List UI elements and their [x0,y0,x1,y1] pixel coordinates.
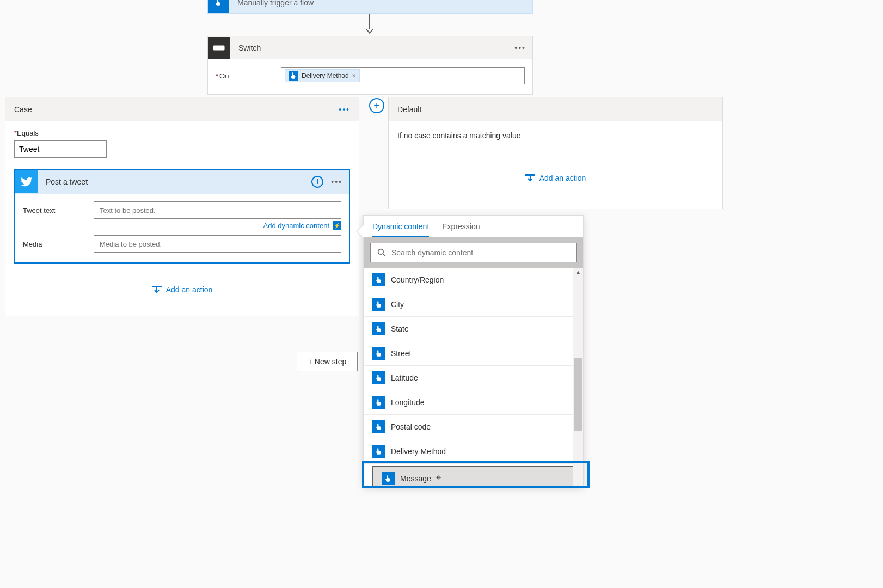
switch-title: Switch [230,44,514,52]
dyn-item-label: Delivery Method [391,447,446,456]
dynamic-content-panel: Dynamic content Expression ▲ Country/Reg… [363,215,584,486]
case-header[interactable]: Case ••• [5,97,359,121]
case-card: Case ••• *Equals Post a tweet i ••• Twee… [5,97,359,316]
chip-label: Delivery Method [302,72,349,79]
dyn-item-longitude[interactable]: Longitude [364,390,583,415]
add-case-button[interactable]: + [369,98,384,113]
on-label: *On [216,72,281,80]
switch-card: Switch ••• *On Delivery Method × [207,36,533,95]
hand-icon [372,298,385,311]
switch-icon [208,37,230,59]
dynamic-search-input[interactable] [391,248,569,257]
case-title: Case [14,105,32,114]
chip-remove[interactable]: × [352,72,356,79]
hand-icon [372,347,385,360]
dynamic-content-icon: ⚡ [333,221,341,230]
on-chip: Delivery Method × [285,69,360,82]
new-step-button[interactable]: + New step [297,352,358,371]
post-tweet-card: Post a tweet i ••• Tweet text Add dynami… [14,169,350,264]
equals-input[interactable] [14,140,107,158]
search-icon [377,248,386,257]
insert-action-icon [152,286,162,293]
case-menu[interactable]: ••• [339,105,350,114]
hand-icon [382,472,395,485]
svg-rect-3 [220,47,222,49]
svg-rect-2 [217,47,219,49]
case-add-action[interactable]: Add an action [14,285,350,305]
dyn-item-postal-code[interactable]: Postal code [364,415,583,439]
svg-point-8 [378,249,384,255]
default-header[interactable]: Default [389,97,722,121]
svg-line-9 [383,254,385,256]
hand-icon [372,445,385,458]
dyn-item-label: Longitude [391,398,425,407]
info-icon[interactable]: i [311,176,323,188]
hand-icon [372,273,385,286]
hand-icon [372,396,385,409]
dynamic-search[interactable] [370,243,577,262]
arrow-down [366,14,373,34]
tweet-title: Post a tweet [38,177,311,186]
hand-icon [372,322,385,335]
dyn-item-state[interactable]: State [364,317,583,341]
scroll-up-arrow[interactable]: ▲ [575,269,581,275]
dyn-item-message[interactable]: Message [372,466,574,486]
add-dynamic-content-link[interactable]: Add dynamic content ⚡ [23,221,341,230]
on-field[interactable]: Delivery Method × [281,67,525,84]
svg-rect-4 [152,286,162,287]
svg-rect-1 [214,47,216,49]
scrollbar-thumb[interactable] [574,358,582,431]
switch-menu[interactable]: ••• [514,44,526,52]
dyn-item-label: Country/Region [391,275,444,284]
dyn-item-label: Message [400,474,431,483]
manual-trigger-icon [208,0,229,13]
switch-header[interactable]: Switch ••• [208,36,532,59]
flyout-arrow [357,225,364,238]
tab-dynamic-content[interactable]: Dynamic content [372,222,429,237]
dyn-item-label: State [391,324,409,333]
media-input[interactable] [94,235,341,253]
tweet-text-label: Tweet text [23,206,94,215]
dyn-item-country-region[interactable]: Country/Region [364,268,583,292]
dyn-item-street[interactable]: Street [364,341,583,366]
trigger-card[interactable]: Manually trigger a flow [207,0,533,14]
twitter-icon [15,170,38,193]
dyn-item-label: Street [391,349,411,358]
insert-action-icon [525,174,535,182]
dyn-item-city[interactable]: City [364,292,583,317]
default-title: Default [397,105,421,114]
dyn-item-label: Latitude [391,373,418,382]
default-card: Default If no case contains a matching v… [388,97,723,209]
dyn-item-latitude[interactable]: Latitude [364,366,583,390]
tweet-text-input[interactable] [94,201,341,219]
dynamic-content-list: ▲ Country/RegionCityStateStreetLatitudeL… [364,268,583,486]
hand-icon [289,71,298,81]
equals-label: *Equals [14,129,350,137]
svg-rect-6 [525,174,535,176]
default-text: If no case contains a matching value [397,131,714,140]
media-label: Media [23,240,94,248]
default-add-action[interactable]: Add an action [397,174,714,193]
hand-icon [372,420,385,433]
trigger-label: Manually trigger a flow [229,0,314,7]
dyn-item-label: Postal code [391,422,431,431]
dyn-item-label: City [391,300,404,309]
dyn-item-delivery-method[interactable]: Delivery Method [364,439,583,464]
tab-expression[interactable]: Expression [442,222,480,237]
tweet-menu[interactable]: ••• [331,177,342,186]
tweet-header[interactable]: Post a tweet i ••• [15,170,349,194]
hand-icon [372,371,385,384]
